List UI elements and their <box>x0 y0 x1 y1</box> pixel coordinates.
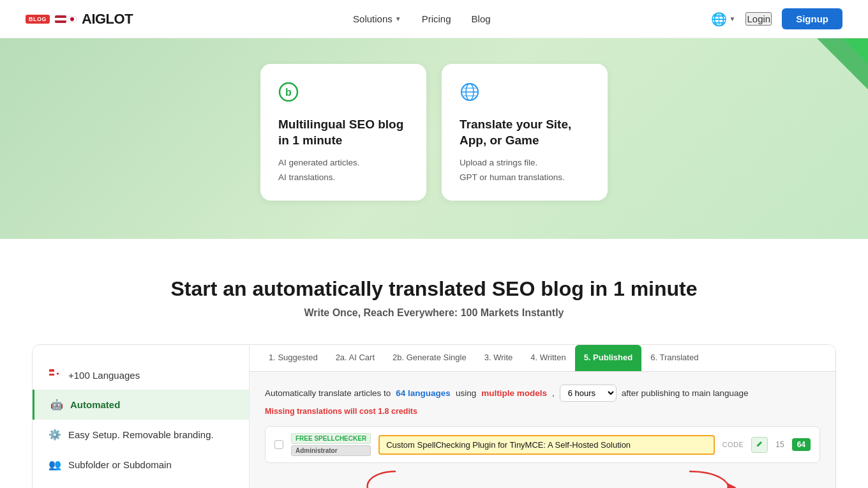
row-checkbox[interactable] <box>274 440 283 449</box>
logo-badge: BLOG <box>26 15 50 24</box>
demo-sidebar: +100 Languages 🤖 Automated ⚙️ Easy Setup… <box>33 345 250 488</box>
demo-tabs: 1. Suggested 2a. AI Cart 2b. Generate Si… <box>250 345 835 372</box>
view-count: 15 <box>775 440 784 449</box>
solutions-arrow-icon: ▼ <box>395 15 401 22</box>
demo-inner: Automatically translate articles to 64 l… <box>250 372 835 488</box>
models-link[interactable]: multiple models <box>481 388 547 398</box>
tab-ai-cart[interactable]: 2a. AI Cart <box>327 345 384 371</box>
automated-icon: 🤖 <box>50 399 64 411</box>
logo-text[interactable]: AIGLOT <box>82 11 133 27</box>
tab-generate-single[interactable]: 2b. Generate Single <box>384 345 475 371</box>
hero-card-blog-title: Multilingual SEO blog in 1 minute <box>278 117 408 148</box>
lang-count: 64 <box>792 438 811 451</box>
language-arrow-icon: ▼ <box>730 15 736 22</box>
nav-pricing[interactable]: Pricing <box>422 13 451 24</box>
sidebar-item-setup[interactable]: ⚙️ Easy Setup. Removable branding. <box>33 420 249 450</box>
sidebar-item-automated[interactable]: 🤖 Automated <box>33 390 249 420</box>
admin-badge: Administrator <box>291 445 371 456</box>
navbar: BLOG AIGLOT Solutions ▼ Pricing Blog 🌐 ▼… <box>0 0 868 38</box>
subfolder-icon: 👥 <box>48 459 62 471</box>
edit-button[interactable] <box>751 437 768 453</box>
sidebar-item-subfolder[interactable]: 👥 Subfolder or Subdomain <box>33 450 249 480</box>
demo-content-area: 1. Suggested 2a. AI Cart 2b. Generate Si… <box>250 345 835 488</box>
code-label: CODE <box>722 441 744 448</box>
cost-amount: 1.8 credits <box>378 407 417 416</box>
nav-solutions[interactable]: Solutions ▼ <box>353 13 401 24</box>
globe-icon: 🌐 <box>711 11 727 27</box>
hero-card-blog-desc: AI generated articles. AI translations. <box>278 156 408 185</box>
sidebar-item-generate[interactable]: ✏️ Generate Articles <box>33 480 249 488</box>
free-badge: FREE SPELLCHECKER <box>291 433 371 444</box>
article-title: Custom SpellChecking Plugin for TinyMCE:… <box>378 435 714 455</box>
demo-article-table: FREE SPELLCHECKER Administrator Custom S… <box>265 426 820 463</box>
svg-rect-8 <box>49 372 54 374</box>
deco-shape-icon <box>817 38 868 89</box>
flag-us-icon <box>55 15 66 23</box>
hero-card-blog[interactable]: b Multilingual SEO blog in 1 minute AI g… <box>260 64 426 201</box>
sidebar-setup-label: Easy Setup. Removable branding. <box>68 429 214 440</box>
sidebar-item-languages[interactable]: +100 Languages <box>33 360 249 390</box>
tab-published[interactable]: 5. Published <box>575 345 642 372</box>
translate-config-row: Automatically translate articles to 64 l… <box>265 385 820 402</box>
tab-suggested[interactable]: 1. Suggested <box>260 345 327 371</box>
translate-icon <box>460 82 590 107</box>
hours-select[interactable]: 6 hours 12 hours 24 hours <box>560 385 617 402</box>
demo-container: +100 Languages 🤖 Automated ⚙️ Easy Setup… <box>32 344 836 488</box>
tab-written[interactable]: 4. Written <box>521 345 574 371</box>
logo-flags <box>55 15 77 23</box>
nav-actions: 🌐 ▼ Login Signup <box>711 8 842 29</box>
hero-card-translate[interactable]: Translate your Site, App, or Game Upload… <box>442 64 608 201</box>
languages-link[interactable]: 64 languages <box>396 388 451 398</box>
hero-card-translate-desc: Upload a strings file. GPT or human tran… <box>460 156 590 185</box>
signup-button[interactable]: Signup <box>782 8 842 29</box>
svg-rect-7 <box>49 369 54 372</box>
hero-section: b Multilingual SEO blog in 1 minute AI g… <box>0 38 868 239</box>
nav-links: Solutions ▼ Pricing Blog <box>353 13 491 24</box>
main-heading: Start an automatically translated SEO bl… <box>26 277 842 301</box>
tab-write[interactable]: 3. Write <box>475 345 522 371</box>
sidebar-languages-label: +100 Languages <box>68 370 140 381</box>
cost-info: Missing translations will cost 1.8 credi… <box>265 407 820 416</box>
annotation-arrows <box>265 468 820 488</box>
svg-rect-9 <box>49 374 54 376</box>
nav-blog[interactable]: Blog <box>472 13 491 24</box>
language-selector[interactable]: 🌐 ▼ <box>711 11 736 27</box>
svg-text:b: b <box>285 87 292 98</box>
login-button[interactable]: Login <box>745 12 772 26</box>
sidebar-subfolder-label: Subfolder or Subdomain <box>68 459 172 470</box>
tab-translated[interactable]: 6. Translated <box>641 345 707 371</box>
logo-area: BLOG AIGLOT <box>26 11 133 27</box>
setup-icon: ⚙️ <box>48 429 62 441</box>
sidebar-automated-label: Automated <box>70 399 120 410</box>
main-subheading: Write Once, Reach Everywhere: 100 Market… <box>26 307 842 319</box>
hero-card-translate-title: Translate your Site, App, or Game <box>460 117 590 148</box>
main-section: Start an automatically translated SEO bl… <box>0 239 868 488</box>
svg-point-12 <box>57 373 59 375</box>
blog-icon: b <box>278 82 408 107</box>
languages-icon <box>48 369 62 381</box>
flag-jp-icon <box>68 16 77 22</box>
table-row: FREE SPELLCHECKER Administrator Custom S… <box>266 427 819 462</box>
